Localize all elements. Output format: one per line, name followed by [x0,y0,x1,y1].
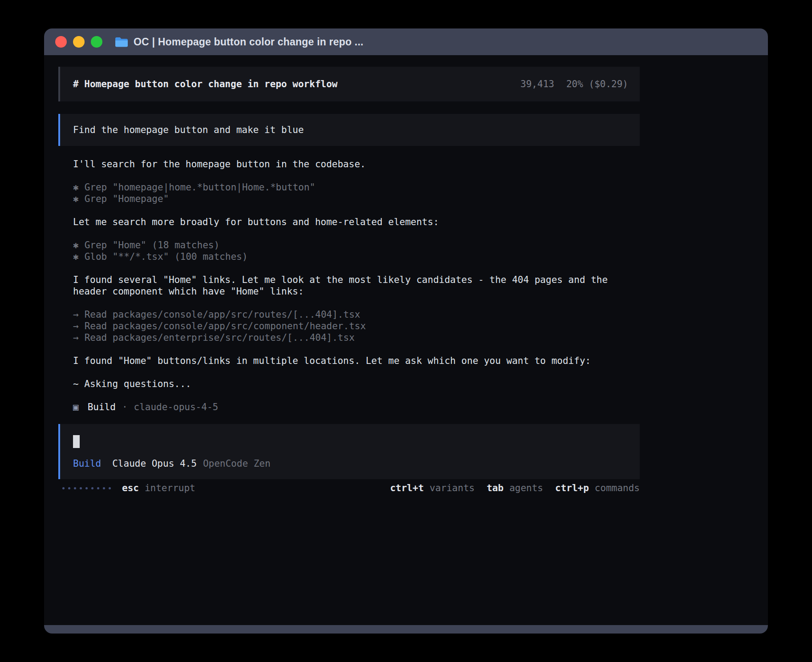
agent-separator: · [122,401,128,413]
terminal-window: OC | Homepage button color change in rep… [44,28,768,634]
spinner-dot [109,487,111,489]
arrow-right-icon: → [73,332,79,343]
shortcut-variants: ctrl+t variants [390,482,475,494]
assistant-paragraph: Let me search more broadly for buttons a… [73,216,640,228]
read-call: → Read packages/console/app/src/componen… [73,320,640,332]
traffic-lights [55,36,102,48]
assistant-text: I found several "Home" links. Let me loo… [73,274,640,297]
shortcut-key: ctrl+p [555,482,589,494]
tool-call-label: Grep "Home" (18 matches) [85,239,219,251]
zoom-button[interactable] [91,36,102,48]
shortcut-label: variants [430,482,475,494]
read-call-label: Read packages/console/app/src/routes/[..… [85,309,361,320]
tool-call-label: Grep "Homepage" [85,193,169,205]
session-header: # Homepage button color change in repo w… [58,67,640,101]
folder-icon [115,36,128,47]
read-call-label: Read packages/console/app/src/component/… [85,320,366,332]
text-cursor [73,435,80,448]
agent-name: Build [88,401,116,413]
close-button[interactable] [55,36,67,48]
spinner-dot [74,487,76,489]
tool-bullet-icon: ✱ [73,182,79,193]
model-label: Claude Opus 4.5 [112,458,197,469]
spinner-dot [97,487,99,489]
assistant-text: I'll search for the homepage button in t… [73,158,640,170]
agent-status-row: ▣ Build · claude-opus-4-5 [73,401,640,413]
agent-icon: ▣ [73,401,79,413]
esc-action-label: interrupt [145,482,195,494]
shortcut-label: commands [595,482,640,494]
tool-call-group: → Read packages/console/app/src/routes/[… [73,309,640,343]
tool-bullet-icon: ✱ [73,251,79,262]
spinner-dot [62,487,65,489]
assistant-paragraph: I found "Home" buttons/links in multiple… [73,355,640,367]
shortcut-agents: tab agents [487,482,543,494]
tool-bullet-icon: ✱ [73,193,79,205]
minimize-button[interactable] [73,36,85,48]
token-count: 39,413 [520,78,554,90]
read-call: → Read packages/console/app/src/routes/[… [73,309,640,320]
esc-key-hint: esc [122,482,139,494]
tool-call-group: ✱ Grep "homepage|home.*button|Home.*butt… [73,182,640,205]
conversation: I'll search for the homepage button in t… [73,158,640,413]
arrow-right-icon: → [73,309,79,320]
shortcut-commands: ctrl+p commands [555,482,640,494]
activity-status-text: ~ Asking questions... [73,378,640,390]
context-usage: 20% ($0.29) [566,78,628,90]
tool-call: ✱ Grep "Home" (18 matches) [73,239,640,251]
user-message: Find the homepage button and make it blu… [58,114,640,146]
shortcut-label: agents [509,482,543,494]
shortcut-hints: ctrl+t variants tab agents ctrl+p comman… [390,482,640,494]
spinner-dot [85,487,88,489]
arrow-right-icon: → [73,320,79,332]
spinner-dot [80,487,82,489]
tool-bullet-icon: ✱ [73,239,79,251]
spinner-dot [68,487,70,489]
session-stats: 39,413 20% ($0.29) [520,78,628,90]
tool-call-label: Grep "homepage|home.*button|Home.*button… [85,182,315,193]
agent-model: claude-opus-4-5 [134,401,219,413]
spinner-dot [103,487,105,489]
agent-mode-badge[interactable]: Build [73,458,101,469]
terminal-content: # Homepage button color change in repo w… [44,55,768,625]
prompt-footer: Build Claude Opus 4.5 OpenCode Zen [73,458,627,469]
tool-call-label: Glob "**/*.tsx" (100 matches) [85,251,248,262]
prompt-input[interactable]: Build Claude Opus 4.5 OpenCode Zen [58,424,640,479]
assistant-text: I found "Home" buttons/links in multiple… [73,355,640,367]
window-title: OC | Homepage button color change in rep… [134,36,363,48]
tool-call: ✱ Grep "Homepage" [73,193,640,205]
shortcut-key: ctrl+t [390,482,424,494]
user-message-text: Find the homepage button and make it blu… [73,124,304,136]
titlebar[interactable]: OC | Homepage button color change in rep… [44,28,768,55]
spinner-dot [91,487,93,489]
read-call: → Read packages/enterprise/src/routes/[.… [73,332,640,343]
assistant-text: Let me search more broadly for buttons a… [73,216,640,228]
activity-status: ~ Asking questions... [73,378,640,390]
status-bar: esc interrupt ctrl+t variants tab agents… [58,482,640,494]
read-call-label: Read packages/enterprise/src/routes/[...… [85,332,355,343]
tool-call: ✱ Grep "homepage|home.*button|Home.*butt… [73,182,640,193]
tool-call-group: ✱ Grep "Home" (18 matches) ✱ Glob "**/*.… [73,239,640,262]
provider-label: OpenCode Zen [203,458,271,469]
tool-call: ✱ Glob "**/*.tsx" (100 matches) [73,251,640,262]
assistant-paragraph: I found several "Home" links. Let me loo… [73,274,640,297]
shortcut-key: tab [487,482,503,494]
assistant-paragraph: I'll search for the homepage button in t… [73,158,640,170]
session-title: # Homepage button color change in repo w… [73,78,520,90]
activity-spinner [62,487,111,489]
